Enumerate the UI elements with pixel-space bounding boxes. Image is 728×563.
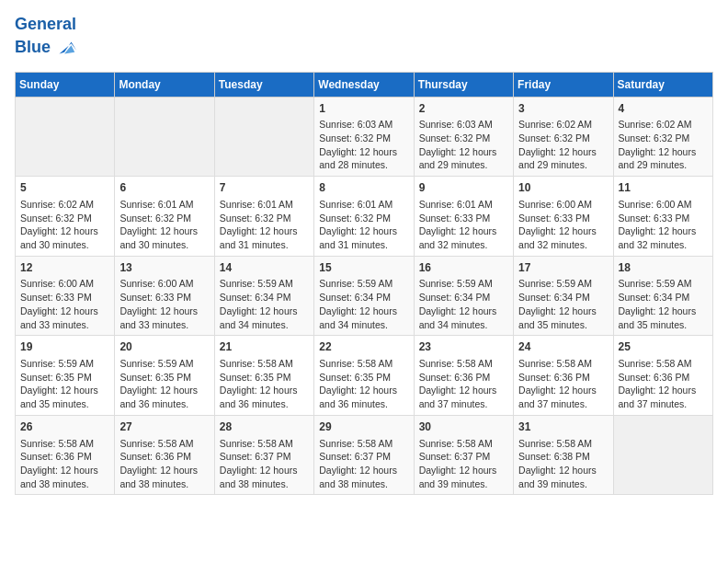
- day-info: Sunrise: 6:02 AM: [20, 198, 109, 212]
- day-info: Sunrise: 6:00 AM: [20, 277, 109, 291]
- day-info: Daylight: 12 hours and 28 minutes.: [319, 145, 408, 172]
- day-info: Sunrise: 5:59 AM: [319, 277, 408, 291]
- day-info: Sunrise: 6:01 AM: [119, 198, 209, 212]
- day-info: Daylight: 12 hours and 29 minutes.: [518, 145, 608, 172]
- day-number: 27: [119, 419, 209, 435]
- calendar-header-row: SundayMondayTuesdayWednesdayThursdayFrid…: [16, 72, 713, 97]
- day-info: Sunset: 6:32 PM: [518, 132, 608, 145]
- calendar-cell: 16Sunrise: 5:59 AMSunset: 6:34 PMDayligh…: [414, 256, 513, 336]
- day-info: Sunrise: 5:58 AM: [220, 437, 309, 451]
- day-number: 22: [319, 339, 408, 355]
- day-number: 1: [319, 101, 408, 117]
- day-info: Sunrise: 5:59 AM: [419, 277, 508, 291]
- day-info: Sunset: 6:32 PM: [20, 212, 109, 225]
- day-number: 15: [319, 260, 408, 276]
- day-info: Sunrise: 5:58 AM: [119, 437, 209, 451]
- day-number: 19: [20, 339, 109, 355]
- calendar-cell: [16, 97, 115, 177]
- weekday-header: Saturday: [613, 72, 712, 97]
- day-info: Sunrise: 5:58 AM: [619, 357, 708, 371]
- day-info: Daylight: 12 hours and 39 minutes.: [419, 464, 508, 490]
- day-number: 31: [518, 419, 608, 435]
- calendar-cell: 24Sunrise: 5:58 AMSunset: 6:36 PMDayligh…: [514, 336, 613, 416]
- weekday-header: Thursday: [414, 72, 513, 97]
- day-info: Sunset: 6:37 PM: [319, 450, 408, 464]
- day-info: Sunrise: 5:59 AM: [518, 277, 608, 291]
- calendar-cell: 14Sunrise: 5:59 AMSunset: 6:34 PMDayligh…: [214, 256, 313, 336]
- calendar-cell: 25Sunrise: 5:58 AMSunset: 6:36 PMDayligh…: [613, 336, 712, 416]
- day-number: 7: [220, 180, 309, 196]
- day-info: Sunrise: 5:58 AM: [419, 357, 508, 371]
- calendar-cell: 21Sunrise: 5:58 AMSunset: 6:35 PMDayligh…: [214, 336, 313, 416]
- day-info: Sunrise: 6:03 AM: [319, 118, 408, 132]
- day-number: 5: [20, 180, 109, 196]
- day-info: Sunset: 6:35 PM: [119, 371, 209, 385]
- day-info: Sunset: 6:32 PM: [319, 132, 408, 145]
- day-info: Daylight: 12 hours and 37 minutes.: [619, 384, 708, 410]
- calendar-week-row: 1Sunrise: 6:03 AMSunset: 6:32 PMDaylight…: [16, 97, 713, 177]
- day-number: 4: [619, 101, 708, 117]
- day-info: Daylight: 12 hours and 32 minutes.: [619, 224, 708, 251]
- weekday-header: Monday: [115, 72, 214, 97]
- day-info: Sunset: 6:36 PM: [518, 371, 608, 385]
- day-number: 28: [220, 419, 309, 435]
- day-number: 18: [619, 260, 708, 276]
- day-info: Sunrise: 5:58 AM: [319, 437, 408, 451]
- day-info: Daylight: 12 hours and 30 minutes.: [119, 224, 209, 251]
- day-info: Sunrise: 5:59 AM: [119, 357, 209, 371]
- day-info: Sunrise: 6:01 AM: [419, 198, 508, 212]
- day-info: Sunset: 6:37 PM: [419, 450, 508, 464]
- day-number: 30: [419, 419, 508, 435]
- page-header: General Blue: [15, 15, 713, 61]
- day-info: Daylight: 12 hours and 35 minutes.: [518, 304, 608, 331]
- day-number: 17: [518, 260, 608, 276]
- day-info: Daylight: 12 hours and 32 minutes.: [518, 224, 608, 251]
- day-number: 21: [220, 339, 309, 355]
- day-info: Daylight: 12 hours and 36 minutes.: [319, 384, 408, 410]
- day-info: Sunrise: 6:03 AM: [419, 118, 508, 132]
- day-info: Daylight: 12 hours and 38 minutes.: [319, 464, 408, 490]
- day-info: Daylight: 12 hours and 36 minutes.: [220, 384, 309, 410]
- weekday-header: Sunday: [16, 72, 115, 97]
- day-number: 2: [419, 101, 508, 117]
- calendar-cell: 19Sunrise: 5:59 AMSunset: 6:35 PMDayligh…: [16, 336, 115, 416]
- day-info: Daylight: 12 hours and 37 minutes.: [518, 384, 608, 410]
- calendar-cell: 28Sunrise: 5:58 AMSunset: 6:37 PMDayligh…: [214, 415, 313, 495]
- calendar-table: SundayMondayTuesdayWednesdayThursdayFrid…: [15, 72, 713, 496]
- day-info: Sunset: 6:32 PM: [319, 212, 408, 225]
- day-info: Sunrise: 5:58 AM: [220, 357, 309, 371]
- day-info: Sunrise: 5:58 AM: [419, 437, 508, 451]
- calendar-cell: 23Sunrise: 5:58 AMSunset: 6:36 PMDayligh…: [414, 336, 513, 416]
- day-number: 6: [119, 180, 209, 196]
- day-number: 20: [119, 339, 209, 355]
- day-info: Daylight: 12 hours and 35 minutes.: [20, 384, 109, 410]
- calendar-cell: 31Sunrise: 5:58 AMSunset: 6:38 PMDayligh…: [514, 415, 613, 495]
- day-info: Sunrise: 6:01 AM: [319, 198, 408, 212]
- day-info: Daylight: 12 hours and 39 minutes.: [518, 464, 608, 490]
- day-info: Sunset: 6:33 PM: [20, 291, 109, 304]
- day-info: Daylight: 12 hours and 32 minutes.: [419, 224, 508, 251]
- logo-icon: [52, 35, 78, 61]
- day-info: Sunset: 6:33 PM: [518, 212, 608, 225]
- day-info: Sunset: 6:36 PM: [419, 371, 508, 385]
- calendar-cell: 10Sunrise: 6:00 AMSunset: 6:33 PMDayligh…: [514, 177, 613, 257]
- day-info: Sunrise: 6:01 AM: [220, 198, 309, 212]
- day-info: Daylight: 12 hours and 36 minutes.: [119, 384, 209, 410]
- logo: General Blue: [15, 15, 78, 61]
- day-info: Sunrise: 5:58 AM: [518, 357, 608, 371]
- calendar-cell: 5Sunrise: 6:02 AMSunset: 6:32 PMDaylight…: [16, 177, 115, 257]
- day-info: Sunset: 6:32 PM: [119, 212, 209, 225]
- calendar-cell: 13Sunrise: 6:00 AMSunset: 6:33 PMDayligh…: [115, 256, 214, 336]
- calendar-cell: 8Sunrise: 6:01 AMSunset: 6:32 PMDaylight…: [314, 177, 414, 257]
- calendar-cell: 17Sunrise: 5:59 AMSunset: 6:34 PMDayligh…: [514, 256, 613, 336]
- day-info: Sunset: 6:35 PM: [319, 371, 408, 385]
- day-info: Daylight: 12 hours and 33 minutes.: [119, 304, 209, 331]
- day-info: Daylight: 12 hours and 37 minutes.: [419, 384, 508, 410]
- calendar-cell: [115, 97, 214, 177]
- calendar-cell: 27Sunrise: 5:58 AMSunset: 6:36 PMDayligh…: [115, 415, 214, 495]
- calendar-cell: 22Sunrise: 5:58 AMSunset: 6:35 PMDayligh…: [314, 336, 414, 416]
- day-info: Daylight: 12 hours and 34 minutes.: [419, 304, 508, 331]
- day-info: Sunset: 6:34 PM: [220, 291, 309, 304]
- day-info: Sunset: 6:36 PM: [119, 450, 209, 464]
- calendar-cell: 29Sunrise: 5:58 AMSunset: 6:37 PMDayligh…: [314, 415, 414, 495]
